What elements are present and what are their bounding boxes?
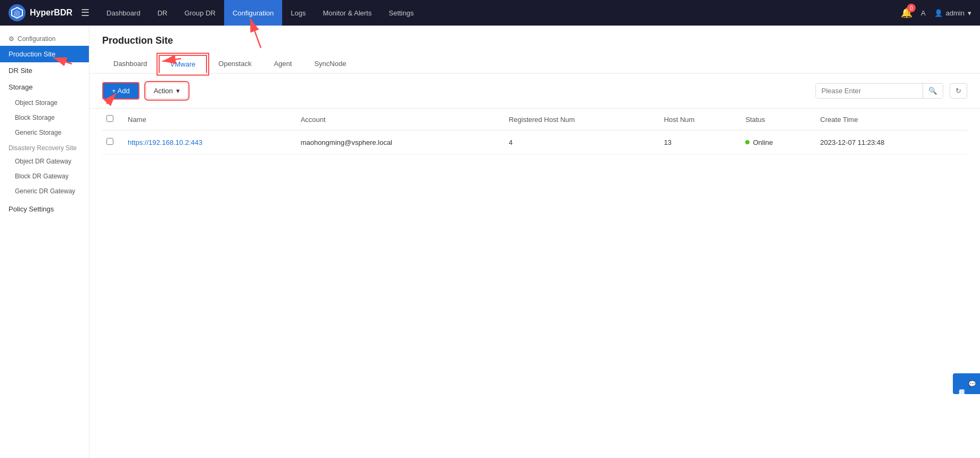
nav-dr[interactable]: DR [149,0,176,26]
table-row: https://192.168.10.2:443 maohongming@vsp… [102,130,967,154]
navbar-right: 🔔 0 A 👤 admin ▾ [901,7,971,19]
sidebar-section-label: Configuration [18,35,55,43]
sidebar-item-production-site[interactable]: Production Site [0,46,89,62]
sidebar-item-policy-settings[interactable]: Policy Settings [0,201,89,217]
sidebar-dr-section: Disastery Recovery Site [0,140,89,154]
gear-icon: ⚙ [9,35,14,43]
sidebar-item-policy-settings-label: Policy Settings [9,205,54,213]
notification-bell[interactable]: 🔔 0 [901,7,912,19]
cell-account: maohongming@vsphere.local [297,130,505,154]
nav-configuration[interactable]: Configuration [224,0,282,26]
col-registered-host-num: Registered Host Num [505,109,660,130]
brand[interactable]: HyperBDR [9,4,72,21]
table-container: Name Account Registered Host Num Host Nu… [89,109,980,154]
sidebar-item-storage-label: Storage [9,83,33,91]
search-button[interactable]: 🔍 [923,84,943,98]
sidebar-item-generic-storage-label: Generic Storage [15,129,61,136]
action-chevron-icon: ▾ [176,87,180,95]
tab-vmware[interactable]: VMware [159,55,208,73]
support-icon: 💬 [968,380,976,388]
nav-logs[interactable]: Logs [282,0,314,26]
add-button[interactable]: + Add [102,82,139,100]
logo-icon [9,4,26,21]
cell-registered-host-num: 4 [505,130,660,154]
col-account: Account [297,109,505,130]
sidebar-item-generic-dr-gateway[interactable]: Generic DR Gateway [0,184,89,199]
tab-dashboard[interactable]: Dashboard [102,55,159,73]
cell-host-num: 13 [660,130,741,154]
toolbar: + Add Action ▾ 🔍 ↻ [89,73,980,109]
support-float[interactable]: 💬 在线客服 [953,373,980,394]
vmware-link[interactable]: https://192.168.10.2:443 [128,138,202,146]
sidebar-item-generic-storage[interactable]: Generic Storage [0,125,89,140]
sidebar-item-block-dr-gateway-label: Block DR Gateway [15,173,69,180]
search-input[interactable] [816,84,923,98]
tab-syncnode[interactable]: SyncNode [303,55,357,73]
notification-badge: 0 [907,4,916,12]
language-selector[interactable]: A [921,9,926,17]
cell-status: Online [741,130,816,154]
user-menu[interactable]: 👤 admin ▾ [934,9,971,17]
table-header-row: Name Account Registered Host Num Host Nu… [102,109,967,130]
data-table: Name Account Registered Host Num Host Nu… [102,109,967,154]
brand-text: HyperBDR [30,8,72,18]
sidebar-disastery-label: Disastery Recovery Site [9,144,77,152]
nav-dashboard[interactable]: Dashboard [98,0,149,26]
col-status: Status [741,109,816,130]
cell-name: https://192.168.10.2:443 [123,130,297,154]
nav-items: Dashboard DR Group DR Configuration Logs… [98,0,901,26]
row-checkbox-cell [102,130,123,154]
nav-settings[interactable]: Settings [380,0,422,26]
hamburger-icon[interactable]: ☰ [81,7,89,19]
col-host-num: Host Num [660,109,741,130]
nav-monitor-alerts[interactable]: Monitor & Alerts [314,0,380,26]
sidebar-item-dr-site[interactable]: DR Site [0,62,89,79]
action-label: Action [154,87,173,95]
sidebar-item-object-dr-gateway-label: Object DR Gateway [15,158,71,165]
sidebar-item-production-site-label: Production Site [9,50,55,58]
sidebar-item-object-storage[interactable]: Object Storage [0,95,89,110]
nav-group-dr[interactable]: Group DR [176,0,224,26]
sidebar: ⚙ Configuration Production Site DR Site … [0,26,89,458]
user-chevron: ▾ [968,9,971,17]
status-label: Online [753,138,773,146]
tab-openstack[interactable]: Openstack [207,55,262,73]
select-all-col [102,109,123,130]
user-icon: 👤 [934,9,943,17]
action-button[interactable]: Action ▾ [146,83,188,99]
tab-agent[interactable]: Agent [262,55,303,73]
navbar: HyperBDR ☰ Dashboard DR Group DR Configu… [0,0,980,26]
sidebar-item-object-dr-gateway[interactable]: Object DR Gateway [0,154,89,169]
sidebar-config-header: ⚙ Configuration [0,30,89,46]
col-create-time: Create Time [816,109,967,130]
page-header: Production Site Dashboard VMware Opensta… [89,26,980,73]
search-wrapper: 🔍 [816,83,943,99]
main-content: Production Site Dashboard VMware Opensta… [89,26,980,458]
sidebar-item-storage[interactable]: Storage [0,79,89,95]
row-checkbox[interactable] [106,138,113,145]
sidebar-item-block-storage[interactable]: Block Storage [0,110,89,125]
col-name: Name [123,109,297,130]
sidebar-item-block-storage-label: Block Storage [15,114,55,121]
sidebar-item-block-dr-gateway[interactable]: Block DR Gateway [0,169,89,184]
page-title: Production Site [102,35,967,46]
select-all-checkbox[interactable] [106,115,113,122]
sidebar-item-object-storage-label: Object Storage [15,99,57,107]
cell-create-time: 2023-12-07 11:23:48 [816,130,967,154]
status-dot [745,140,750,144]
tabs: Dashboard VMware Openstack Agent SyncNod… [102,55,967,73]
sidebar-item-generic-dr-gateway-label: Generic DR Gateway [15,187,75,195]
status-online: Online [745,138,811,146]
layout: ⚙ Configuration Production Site DR Site … [0,26,980,458]
refresh-button[interactable]: ↻ [950,83,967,99]
sidebar-item-dr-site-label: DR Site [9,67,32,75]
username-label: admin [946,9,965,17]
